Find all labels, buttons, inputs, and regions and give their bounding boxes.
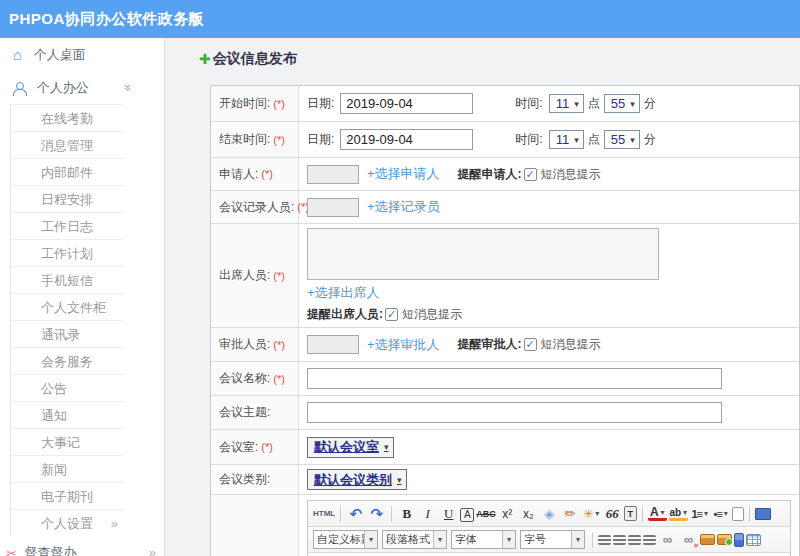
align-center-icon[interactable] [613, 535, 626, 545]
chevron-down-icon [571, 531, 584, 548]
meeting-name-input[interactable] [307, 368, 722, 389]
end-date-input[interactable] [340, 129, 473, 150]
user-icon [13, 82, 25, 94]
font-size-select[interactable]: 字号 [520, 530, 585, 549]
end-minute-select[interactable]: 55 [604, 130, 640, 149]
chevron-right-icon: » [149, 536, 154, 556]
italic-button[interactable]: I [418, 504, 437, 524]
recorder-input[interactable] [307, 198, 359, 217]
unordered-list-button[interactable]: •≡ [711, 504, 730, 524]
blockquote-button[interactable]: 66 [603, 504, 622, 524]
eraser-button[interactable]: ◈ [540, 504, 559, 524]
toolbar-separator [391, 506, 392, 522]
source-code-button[interactable]: HTML [313, 504, 335, 524]
form-row-meeting-subject: 会议主题: [211, 396, 799, 430]
sidebar-item-events[interactable]: 大事记 [11, 428, 124, 455]
meeting-category-select[interactable]: 默认会议类别 [307, 469, 407, 490]
form-row-content-editor: HTML ↶ ↷ B I [211, 495, 799, 556]
sidebar-item-personal-office[interactable]: 个人办公 » [0, 71, 164, 104]
sidebar-item-contacts[interactable]: 通讯录 [11, 320, 124, 347]
start-hour-select[interactable]: 11 [549, 94, 584, 113]
sidebar-item-meeting-service[interactable]: 会务服务 [11, 347, 124, 374]
insert-table-icon[interactable] [746, 534, 761, 546]
end-hour-select[interactable]: 11 [549, 130, 584, 149]
insert-image-icon[interactable] [717, 534, 732, 545]
font-color-button[interactable]: A [648, 506, 667, 521]
sidebar-item-work-log[interactable]: 工作日志 [11, 212, 124, 239]
sidebar-item-personal-desktop[interactable]: ⌂ 个人桌面 [0, 38, 164, 71]
start-minute-select[interactable]: 55 [604, 94, 640, 113]
required-mark: (*) [273, 373, 285, 385]
font-family-select[interactable]: 字体 [451, 530, 516, 549]
sidebar-item-messages[interactable]: 消息管理 [11, 131, 124, 158]
menu-toggle-icon[interactable]: ≡ [188, 7, 199, 29]
chevron-down-icon: » [112, 84, 145, 91]
superscript-button[interactable]: x² [498, 504, 517, 524]
page-title: ✚会议信息发布 [199, 50, 297, 68]
app-title: PHPOA协同办公软件政务版 [0, 10, 204, 29]
page-break-icon[interactable] [734, 533, 744, 547]
toolbar-separator [340, 506, 341, 522]
align-justify-icon[interactable] [643, 535, 656, 545]
sidebar-item-e-journal[interactable]: 电子期刊 [11, 482, 124, 509]
sidebar-item-news[interactable]: 新闻 [11, 455, 124, 482]
sidebar-item-personal-settings[interactable]: 个人设置 » [11, 509, 124, 536]
image-icon[interactable] [700, 534, 715, 545]
remind-attendees-checkbox[interactable]: ✓ [385, 308, 398, 321]
approver-input[interactable] [307, 335, 359, 354]
remind-applicant-checkbox[interactable]: ✓ [524, 168, 537, 181]
fullscreen-icon[interactable] [755, 508, 771, 520]
strikethrough-button[interactable]: ABC [476, 504, 496, 524]
meeting-subject-input[interactable] [307, 402, 722, 423]
sidebar-item-schedule[interactable]: 日程安排 [11, 185, 124, 212]
sidebar-item-announcement[interactable]: 公告 [11, 374, 124, 401]
sidebar-item-attendance[interactable]: 在线考勤 [11, 104, 124, 131]
choose-approver-link[interactable]: +选择审批人 [367, 336, 440, 354]
sidebar-item-notice[interactable]: 通知 [11, 401, 124, 428]
home-icon: ⌂ [13, 46, 22, 63]
redo-button[interactable]: ↷ [367, 504, 386, 524]
sidebar-item-internal-mail[interactable]: 内部邮件 [11, 158, 124, 185]
new-document-icon[interactable] [732, 507, 744, 521]
remind-approver-checkbox[interactable]: ✓ [524, 338, 537, 351]
form-row-end-time: 结束时间:(*) 日期: 时间: 11 点 55 分 [211, 122, 799, 158]
ordered-list-button[interactable]: 1≡ [690, 504, 709, 524]
format-brush-button[interactable]: ✏ [561, 504, 580, 524]
bold-button[interactable]: B [397, 504, 416, 524]
font-border-button[interactable]: A [460, 508, 474, 522]
highlight-color-button[interactable]: ab [669, 506, 688, 521]
choose-attendees-link[interactable]: +选择出席人 [307, 284, 380, 302]
form-row-applicant: 申请人:(*) +选择申请人 提醒申请人: ✓ 短消息提示 [211, 158, 799, 191]
custom-title-select[interactable]: 自定义标题 [313, 530, 378, 549]
chevron-down-icon [364, 531, 377, 548]
unlink-icon[interactable]: ∞ [679, 530, 698, 550]
subscript-button[interactable]: x₂ [519, 504, 538, 524]
sidebar-item-supervision[interactable]: ✂ 督查督办 » [0, 536, 164, 556]
date-label: 日期: [307, 131, 334, 148]
start-date-input[interactable] [340, 93, 473, 114]
rich-text-editor: HTML ↶ ↷ B I [307, 500, 791, 556]
undo-button[interactable]: ↶ [346, 504, 365, 524]
sidebar: ⌂ 个人桌面 个人办公 » 在线考勤 消息管理 内部邮件 日程安排 [0, 38, 165, 556]
required-mark: (*) [273, 270, 285, 282]
sidebar-item-file-cabinet[interactable]: 个人文件柜 [11, 293, 124, 320]
underline-button[interactable]: U [439, 504, 458, 524]
attendees-textarea[interactable] [307, 228, 659, 280]
applicant-input[interactable] [307, 165, 359, 184]
form-row-start-time: 开始时间:(*) 日期: 时间: 11 点 55 分 [211, 86, 799, 122]
paragraph-format-select[interactable]: 段落格式 [382, 530, 447, 549]
required-mark: (*) [261, 441, 273, 453]
sidebar-item-work-plan[interactable]: 工作计划 [11, 239, 124, 266]
align-right-icon[interactable] [628, 535, 641, 545]
paste-word-button[interactable]: T [624, 506, 637, 521]
form-row-meeting-room: 会议室:(*) 默认会议室 [211, 430, 799, 465]
choose-recorder-link[interactable]: +选择记录员 [367, 198, 440, 216]
meeting-room-select[interactable]: 默认会议室 [307, 437, 394, 458]
link-icon[interactable]: ∞ [658, 530, 677, 550]
time-label: 时间: [515, 95, 542, 112]
auto-typeset-button[interactable]: ✳ [582, 504, 601, 524]
sidebar-item-sms[interactable]: 手机短信 [11, 266, 124, 293]
add-icon: ✚ [199, 51, 211, 67]
align-left-icon[interactable] [598, 535, 611, 545]
choose-applicant-link[interactable]: +选择申请人 [367, 165, 440, 183]
